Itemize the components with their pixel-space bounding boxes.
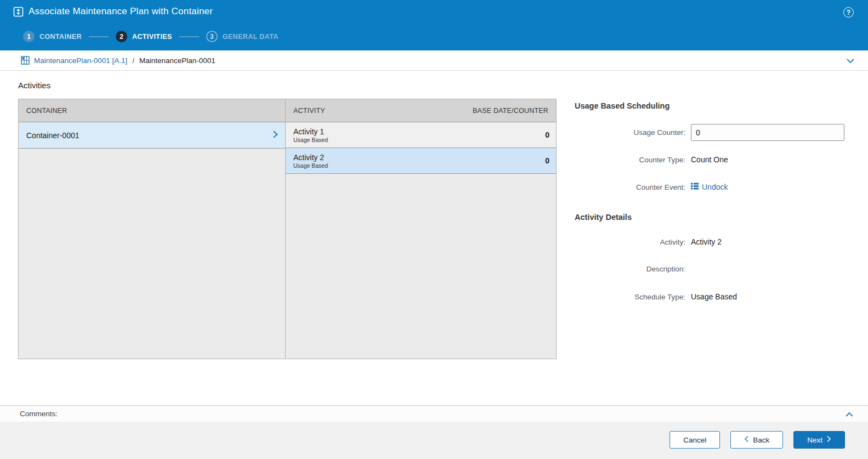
activity-detail-row: Activity: Activity 2 [575, 237, 846, 246]
counter-type-value: Count One [691, 155, 728, 164]
maintenance-plan-title-icon [13, 7, 24, 17]
activity-details-heading: Activity Details [575, 213, 632, 222]
activity-header-label: ACTIVITY [293, 107, 325, 115]
counter-type-label: Counter Type: [575, 156, 685, 164]
activity-value: Activity 2 [691, 237, 722, 246]
step-3-circle: 3 [206, 31, 218, 42]
description-row: Description: [575, 265, 846, 273]
step-general-data[interactable]: 3 GENERAL DATA [206, 31, 279, 42]
activity-row-1[interactable]: Activity 1 Usage Based 0 [286, 122, 556, 148]
description-label: Description: [575, 265, 685, 273]
schedule-type-value: Usage Based [691, 292, 737, 301]
activity-label: Activity: [575, 238, 685, 246]
activity-panel: ACTIVITY BASE DATE/COUNTER Activity 1 Us… [286, 99, 556, 359]
usage-based-scheduling-heading: Usage Based Scheduling [575, 101, 670, 110]
container-panel: CONTAINER Container-0001 [19, 99, 286, 359]
next-button[interactable]: Next [793, 431, 845, 449]
schedule-type-label: Schedule Type: [575, 293, 685, 301]
counter-type-row: Counter Type: Count One [575, 155, 846, 164]
schedule-type-row: Schedule Type: Usage Based [575, 292, 846, 301]
details-panel: Usage Based Scheduling Usage Counter: Co… [575, 101, 846, 332]
activity-row-2[interactable]: Activity 2 Usage Based 0 [286, 148, 556, 174]
comments-bar: Comments: [0, 405, 868, 422]
breadcrumb-current: MaintenancePlan-0001 [139, 56, 215, 65]
activity-name: Activity 2 [293, 152, 328, 163]
usage-counter-row: Usage Counter: [575, 124, 846, 141]
counter-event-row: Counter Event: Undock [575, 183, 846, 191]
base-date-counter-header-label: BASE DATE/COUNTER [473, 107, 548, 115]
container-column-header: CONTAINER [19, 99, 285, 122]
back-button[interactable]: Back [730, 431, 783, 449]
title-row: Associate Maintenance Plan with Containe… [13, 6, 213, 17]
activities-section-title: Activities [18, 81, 50, 90]
wizard-steps: 1 CONTAINER 2 ACTIVITIES 3 GENERAL DATA [23, 31, 279, 42]
step-3-label: GENERAL DATA [223, 33, 279, 41]
usage-counter-label: Usage Counter: [575, 128, 685, 137]
activity-column-header: ACTIVITY BASE DATE/COUNTER [286, 99, 556, 122]
counter-event-icon [691, 183, 699, 191]
breadcrumb: MaintenancePlan-0001 [A.1] / Maintenance… [0, 50, 868, 71]
breadcrumb-link[interactable]: MaintenancePlan-0001 [A.1] [34, 56, 127, 65]
activity-name: Activity 1 [293, 127, 328, 137]
chevron-right-icon [826, 435, 831, 444]
step-container[interactable]: 1 CONTAINER [23, 31, 82, 42]
container-name: Container-0001 [26, 131, 80, 140]
maintenance-plan-icon [21, 56, 30, 65]
step-1-label: CONTAINER [39, 33, 82, 41]
counter-event-label: Counter Event: [575, 183, 685, 191]
container-row[interactable]: Container-0001 [19, 122, 285, 149]
chevron-down-icon[interactable] [846, 56, 855, 66]
breadcrumb-separator: / [132, 56, 134, 65]
next-button-label: Next [807, 436, 822, 444]
page-title: Associate Maintenance Plan with Containe… [29, 6, 213, 17]
help-icon[interactable]: ? [843, 7, 854, 18]
step-activities[interactable]: 2 ACTIVITIES [116, 31, 172, 42]
activity-schedule-type: Usage Based [293, 137, 328, 143]
usage-counter-input[interactable] [691, 124, 844, 141]
step-connector [179, 36, 199, 37]
dialog-footer: Cancel Back Next [0, 422, 868, 459]
activity-schedule-type: Usage Based [293, 162, 328, 169]
comments-label: Comments: [20, 410, 58, 418]
cancel-button-label: Cancel [683, 436, 706, 444]
activity-base-counter: 0 [545, 131, 549, 139]
step-2-circle: 2 [116, 31, 127, 42]
step-connector [89, 36, 109, 37]
step-2-label: ACTIVITIES [132, 33, 172, 41]
activity-base-counter: 0 [545, 156, 549, 165]
dialog-header: Associate Maintenance Plan with Containe… [0, 0, 868, 50]
step-1-circle: 1 [23, 31, 35, 42]
counter-event-link[interactable]: Undock [702, 183, 728, 191]
chevron-up-icon[interactable] [845, 410, 854, 420]
cancel-button[interactable]: Cancel [670, 431, 720, 449]
chevron-right-icon[interactable] [272, 130, 279, 140]
chevron-left-icon [744, 435, 749, 444]
back-button-label: Back [753, 436, 769, 444]
associate-maintenance-plan-dialog: Associate Maintenance Plan with Containe… [0, 0, 868, 459]
activities-table: CONTAINER Container-0001 ACTIVITY BASE D… [18, 99, 557, 359]
